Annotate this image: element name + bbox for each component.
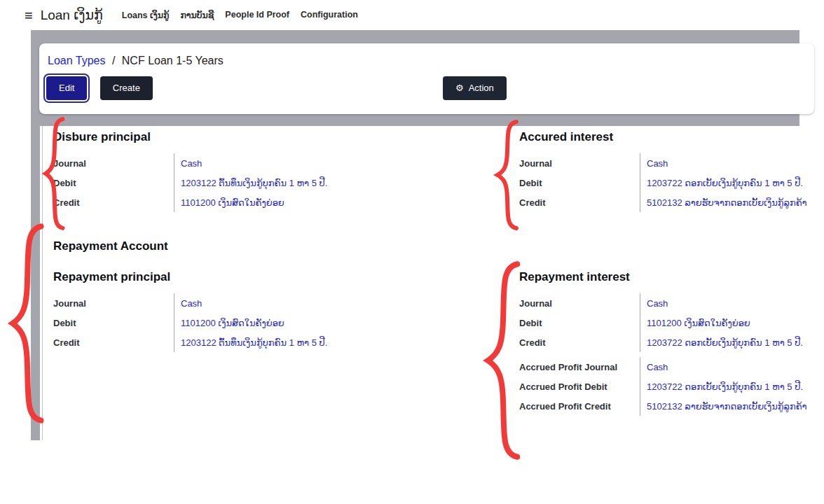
field-label: Debit: [519, 173, 640, 192]
section-title: Repayment principal: [53, 270, 446, 284]
field-label: Credit: [519, 332, 640, 352]
action-button-label: Action: [469, 83, 494, 94]
section-accrued-interest: Accured interest Journal Cash Debit 1203…: [519, 130, 813, 212]
section-title: Disbure principal: [53, 130, 446, 144]
field-row: Debit 1101200 ເງິນສົດໃນຄັງຍ່ອຍ: [519, 313, 820, 332]
accrued-profit-subgroup: Accrued Profit Journal Cash Accrued Prof…: [519, 357, 820, 416]
create-button[interactable]: Create: [100, 76, 153, 100]
app-brand[interactable]: Loan ເງິນກູ້: [41, 7, 103, 23]
section-title: Repayment interest: [519, 270, 820, 284]
field-row: Credit 5102132 ລາຍຮັບຈາກດອກເບັ້ຍເງິນກູ້ລ…: [519, 192, 813, 212]
field-value-link[interactable]: Cash: [640, 357, 820, 377]
field-value-link[interactable]: 1101200 ເງິນສົດໃນຄັງຍ່ອຍ: [174, 313, 446, 332]
section-disburse-principal: Disbure principal Journal Cash Debit 120…: [53, 130, 446, 212]
field-row: Debit 1203722 ດອກເບັ້ຍເງິນກູ້ບຸກຄົນ 1 ຫາ…: [519, 173, 813, 192]
section-title: Accured interest: [519, 130, 813, 144]
field-row: Debit 1203122 ຕົ້ນທຶນເງິນກູ້ບຸກຄົນ 1 ຫາ …: [53, 173, 446, 192]
field-label: Accrued Profit Journal: [519, 357, 640, 377]
field-label: Journal: [519, 293, 640, 313]
field-row: Journal Cash: [53, 293, 446, 313]
form-sheet: Disbure principal Journal Cash Debit 120…: [42, 126, 824, 440]
field-value-link[interactable]: 1101200 ເງິນສົດໃນຄັງຍ່ອຍ: [640, 313, 820, 332]
field-label: Credit: [53, 192, 174, 212]
field-value-link[interactable]: 5102132 ລາຍຮັບຈາກດອກເບັ້ຍເງິນກູ້ລູກຄ້າ: [640, 396, 820, 416]
field-row: Journal Cash: [519, 293, 820, 313]
field-label: Debit: [53, 173, 174, 192]
hamburger-menu-icon[interactable]: ≡: [25, 8, 33, 22]
field-row: Journal Cash: [53, 153, 446, 173]
breadcrumb: Loan Types / NCF Loan 1-5 Years: [48, 55, 814, 67]
action-button[interactable]: ⚙ Action: [443, 76, 507, 100]
field-row: Credit 1203722 ດອກເບັ້ຍເງິນກູ້ບຸກຄົນ 1 ຫ…: [519, 332, 820, 352]
red-brace-annotation-repayment-group: [4, 221, 46, 426]
field-row: Accrued Profit Journal Cash: [519, 357, 820, 377]
nav-item-accounting[interactable]: ການບັນຊີ: [180, 10, 214, 20]
gear-icon: ⚙: [455, 83, 464, 92]
field-value-link[interactable]: Cash: [174, 153, 446, 173]
field-label: Credit: [519, 192, 640, 212]
field-value-link[interactable]: 5102132 ລາຍຮັບຈາກດອກເບັ້ຍເງິນກູ້ລູກຄ້າ: [640, 192, 813, 212]
field-value-link[interactable]: 1203122 ຕົ້ນທຶນເງິນກູ້ບຸກຄົນ 1 ຫາ 5 ປີ.: [174, 332, 446, 352]
breadcrumb-loan-types-link[interactable]: Loan Types: [48, 55, 105, 66]
control-panel-card: Loan Types / NCF Loan 1-5 Years Edit Cre…: [39, 43, 814, 114]
field-label: Debit: [53, 313, 174, 332]
field-label: Debit: [519, 313, 640, 332]
field-value-link[interactable]: Cash: [174, 293, 446, 313]
field-label: Journal: [53, 293, 174, 313]
nav-item-people-id-proof[interactable]: People Id Proof: [225, 10, 289, 20]
nav-item-configuration[interactable]: Configuration: [301, 10, 358, 20]
breadcrumb-separator: /: [112, 55, 115, 66]
field-row: Debit 1101200 ເງິນສົດໃນຄັງຍ່ອຍ: [53, 313, 446, 332]
field-value-link[interactable]: 1101200 ເງິນສົດໃນຄັງຍ່ອຍ: [174, 192, 446, 212]
field-value-link[interactable]: 1203722 ດອກເບັ້ຍເງິນກູ້ບຸກຄົນ 1 ຫາ 5 ປີ.: [640, 332, 820, 352]
breadcrumb-current: NCF Loan 1-5 Years: [122, 55, 224, 66]
sheet-left-gutter: [31, 126, 40, 440]
section-repayment-principal: Repayment principal Journal Cash Debit 1…: [53, 270, 446, 352]
top-navbar: ≡ Loan ເງິນກູ້ Loans ເງິນກູ້ ການບັນຊີ Pe…: [0, 0, 824, 30]
nav-item-loans[interactable]: Loans ເງິນກູ້: [122, 10, 170, 20]
repayment-account-title: Repayment Account: [53, 239, 168, 253]
field-value-link[interactable]: 1203722 ດອກເບັ້ຍເງິນກູ້ບຸກຄົນ 1 ຫາ 5 ປີ.: [640, 377, 820, 396]
field-row: Credit 1101200 ເງິນສົດໃນຄັງຍ່ອຍ: [53, 192, 446, 212]
field-label: Journal: [53, 153, 174, 173]
field-row: Accrued Profit Credit 5102132 ລາຍຮັບຈາກດ…: [519, 396, 820, 416]
field-label: Credit: [53, 332, 174, 352]
field-row: Accrued Profit Debit 1203722 ດອກເບັ້ຍເງິ…: [519, 377, 820, 396]
section-repayment-interest: Repayment interest Journal Cash Debit 11…: [519, 270, 820, 416]
edit-button[interactable]: Edit: [46, 76, 87, 100]
field-value-link[interactable]: Cash: [640, 293, 820, 313]
main-nav: Loans ເງິນກູ້ ການບັນຊີ People Id Proof C…: [122, 10, 358, 20]
field-label: Journal: [519, 153, 640, 173]
field-label: Accrued Profit Credit: [519, 396, 640, 416]
field-value-link[interactable]: Cash: [640, 153, 813, 173]
field-value-link[interactable]: 1203722 ດອກເບັ້ຍເງິນກູ້ບຸກຄົນ 1 ຫາ 5 ປີ.: [640, 173, 813, 192]
page: ≡ Loan ເງິນກູ້ Loans ເງິນກູ້ ການບັນຊີ Pe…: [0, 0, 824, 504]
button-row: Edit Create ⚙ Action: [46, 76, 814, 103]
field-label: Accrued Profit Debit: [519, 377, 640, 396]
field-value-link[interactable]: 1203122 ຕົ້ນທຶນເງິນກູ້ບຸກຄົນ 1 ຫາ 5 ປີ.: [174, 173, 446, 192]
field-row: Credit 1203122 ຕົ້ນທຶນເງິນກູ້ບຸກຄົນ 1 ຫາ…: [53, 332, 446, 352]
field-row: Journal Cash: [519, 153, 813, 173]
